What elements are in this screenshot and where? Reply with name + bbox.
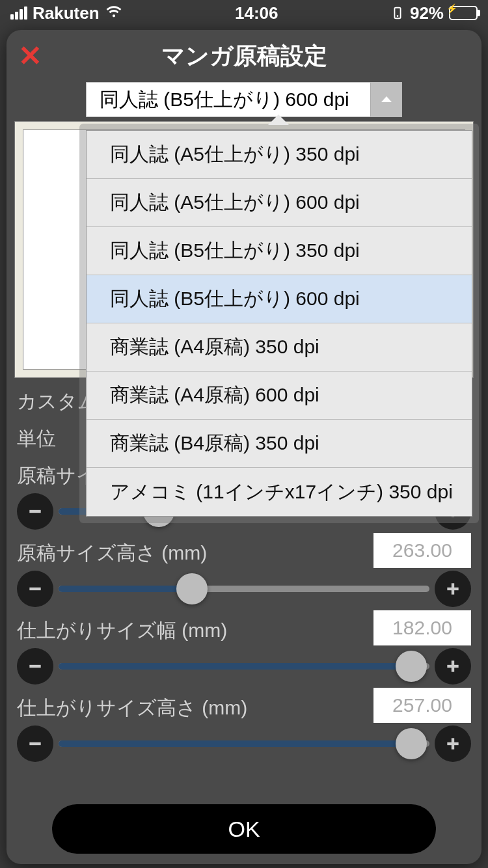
finish-width-value[interactable]: 182.00 [373,610,471,645]
finish-width-label: 仕上がりサイズ幅 (mm) [17,617,227,644]
slider-thumb[interactable] [396,728,427,759]
svg-point-1 [397,15,399,17]
minus-button[interactable] [17,648,53,685]
preset-option[interactable]: 商業誌 (A4原稿) 600 dpi [87,372,472,420]
preset-option[interactable]: 同人誌 (B5仕上がり) 350 dpi [87,227,472,275]
slider-thumb[interactable] [396,651,427,682]
dropdown-arrow-icon [268,115,289,125]
preset-option[interactable]: 同人誌 (A5仕上がり) 600 dpi [87,179,472,227]
slider-row-4 [13,726,475,762]
slider-row-3 [13,648,475,685]
rotation-lock-icon [390,6,405,20]
signal-icon [10,7,27,20]
preset-option[interactable]: アメコミ (11インチx17インチ) 350 dpi [87,468,472,516]
slider-2[interactable] [59,586,429,592]
ok-button[interactable]: OK [52,804,436,854]
preset-option-selected[interactable]: 同人誌 (B5仕上がり) 600 dpi [87,275,472,323]
chevron-up-icon[interactable] [370,83,401,116]
slider-row-2 [13,571,475,607]
minus-button[interactable] [17,571,53,607]
plus-button[interactable] [435,726,471,762]
status-bar: Rakuten 14:06 92% ⚡ [0,0,488,26]
wifi-icon [105,2,123,25]
preset-option[interactable]: 商業誌 (A4原稿) 350 dpi [87,323,472,372]
slider-3[interactable] [59,663,429,670]
finish-height-value[interactable]: 257.00 [373,688,471,723]
close-icon[interactable]: ✕ [18,42,42,70]
battery-pct: 92% [410,3,444,23]
minus-button[interactable] [17,726,53,762]
height-label: 原稿サイズ高さ (mm) [17,540,207,567]
preset-select-value: 同人誌 (B5仕上がり) 600 dpi [87,83,370,116]
plus-button[interactable] [435,571,471,607]
slider-4[interactable] [59,740,429,747]
plus-button[interactable] [435,648,471,685]
clock: 14:06 [235,3,278,23]
modal-title: マンガ原稿設定 [161,40,327,72]
preset-dropdown-list: 同人誌 (A5仕上がり) 350 dpi 同人誌 (A5仕上がり) 600 dp… [86,130,472,517]
preset-option[interactable]: 商業誌 (B4原稿) 350 dpi [87,420,472,468]
modal-header: ✕ マンガ原稿設定 [7,30,481,82]
minus-button[interactable] [17,493,53,530]
height-value[interactable]: 263.00 [373,533,471,568]
preset-dropdown: 同人誌 (A5仕上がり) 350 dpi 同人誌 (A5仕上がり) 600 dp… [79,124,479,523]
carrier-label: Rakuten [33,3,100,23]
battery-icon: ⚡ [449,6,478,20]
slider-thumb[interactable] [176,573,208,604]
finish-height-label: 仕上がりサイズ高さ (mm) [17,695,247,722]
preset-option[interactable]: 同人誌 (A5仕上がり) 350 dpi [87,131,472,179]
preset-select[interactable]: 同人誌 (B5仕上がり) 600 dpi [86,82,402,117]
